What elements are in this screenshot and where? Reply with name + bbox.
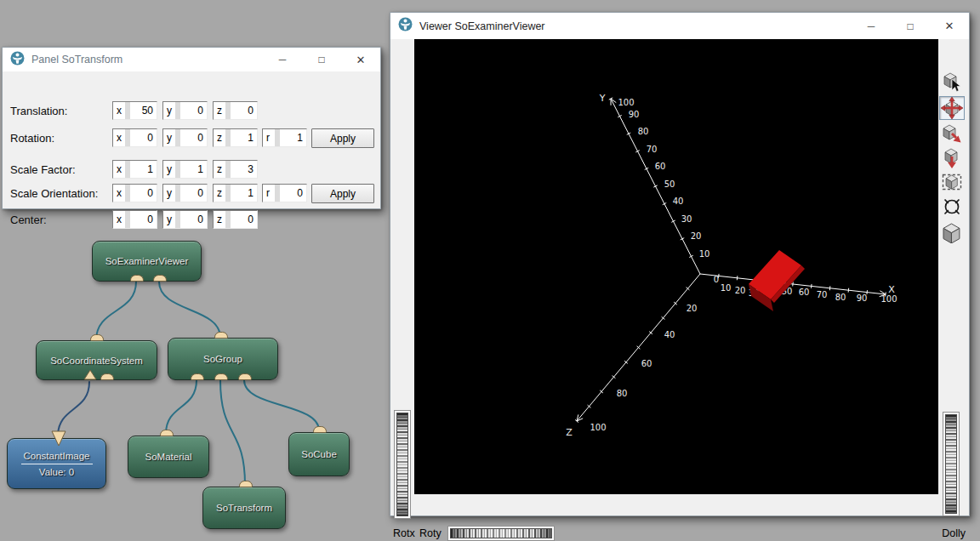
- field-value: 0: [130, 187, 157, 199]
- viewport-3d[interactable]: 102030405060708090100Y010203050607080901…: [414, 39, 938, 494]
- field-value: 1: [130, 163, 157, 175]
- node-SoMaterial[interactable]: SoMaterial: [128, 436, 209, 478]
- field-letter: y: [167, 187, 174, 199]
- panel-titlebar: Panel SoTransform ─ □ ✕: [3, 48, 380, 71]
- field-scale-factor-x[interactable]: x1: [112, 160, 157, 179]
- axis-tick-label: 100: [590, 423, 606, 432]
- node-label: ConstantImage: [21, 451, 93, 464]
- field-translation-x[interactable]: x50: [112, 101, 157, 120]
- field-letter: x: [117, 105, 123, 117]
- close-button[interactable]: ✕: [930, 20, 969, 31]
- node-SoGroup[interactable]: SoGroup: [168, 338, 278, 380]
- field-letter: x: [117, 214, 123, 225]
- row-label: Rotation:: [10, 132, 54, 145]
- axis-tick-label: 60: [655, 162, 666, 171]
- node-SoExaminerViewer[interactable]: SoExaminerViewer: [92, 241, 202, 282]
- node-SoCoordinateSystem[interactable]: SoCoordinateSystem: [36, 340, 157, 380]
- axis-name-label: Z: [566, 427, 573, 438]
- transform-row-rotation: Rotation:x0y0z1r1Apply: [3, 128, 380, 147]
- field-value: 0: [180, 132, 207, 144]
- home-button[interactable]: [939, 122, 965, 146]
- field-rotation-x[interactable]: x0: [112, 128, 157, 147]
- field-center-x[interactable]: x0: [112, 210, 157, 229]
- field-scale-orientation-r[interactable]: r0: [262, 184, 307, 202]
- field-letter: z: [217, 105, 224, 117]
- connector-dome-icon: [153, 275, 167, 282]
- connector-dome-icon: [238, 373, 252, 380]
- node-ConstantImage[interactable]: ConstantImageValue: 0: [7, 438, 106, 489]
- app-logo-icon: [10, 51, 25, 65]
- field-rotation-z[interactable]: z1: [213, 128, 258, 147]
- field-translation-z[interactable]: z0: [213, 101, 258, 120]
- connector-dome-icon: [214, 373, 228, 380]
- maximize-button[interactable]: □: [891, 21, 930, 31]
- set-home-button[interactable]: [939, 146, 965, 170]
- viewer-title: Viewer SoExaminerViewer: [419, 20, 545, 32]
- field-value: 0: [231, 105, 257, 117]
- view-all-button[interactable]: [939, 170, 965, 194]
- axis-tick-label: 40: [673, 196, 684, 206]
- field-scale-orientation-y[interactable]: y0: [162, 184, 208, 202]
- field-value: 1: [180, 163, 207, 175]
- seek-button[interactable]: [939, 195, 965, 219]
- transform-row-center: Center:x0y0z0: [3, 210, 380, 229]
- pick-mode-button[interactable]: [939, 70, 965, 94]
- cursor-cube-icon: [941, 71, 963, 93]
- rotx-label: Rotx: [393, 527, 415, 539]
- field-letter: y: [167, 214, 174, 225]
- desktop: SoExaminerViewerSoCoordinateSystemSoGrou…: [0, 0, 980, 541]
- field-center-z[interactable]: z0: [213, 210, 258, 229]
- axis-tick-label: 70: [817, 290, 828, 299]
- node-SoTransform[interactable]: SoTransform: [202, 487, 286, 529]
- field-value: 0: [280, 187, 306, 199]
- minimize-button[interactable]: ─: [852, 21, 891, 31]
- apply-button[interactable]: Apply: [311, 184, 374, 203]
- axis-tick: [793, 282, 794, 287]
- field-value: 3: [231, 163, 257, 175]
- node-SoCube[interactable]: SoCube: [288, 432, 350, 476]
- field-scale-orientation-x[interactable]: x0: [112, 184, 157, 202]
- field-rotation-r[interactable]: r1: [262, 128, 307, 147]
- field-letter: z: [217, 214, 224, 225]
- field-rotation-y[interactable]: y0: [162, 128, 208, 147]
- transform-row-scale-orientation: Scale Orientation:x0y0z1r0Apply: [3, 184, 380, 202]
- panel-body: Translation:x50y0z0Rotation:x0y0z1r1Appl…: [3, 71, 380, 208]
- field-letter: x: [117, 187, 123, 199]
- field-value: 0: [231, 214, 257, 225]
- field-value: 1: [280, 132, 306, 144]
- axis-tick-label: 60: [641, 359, 652, 368]
- connector-triangle-down-icon: [51, 430, 66, 447]
- field-scale-factor-y[interactable]: y1: [162, 160, 208, 179]
- axis-tick-label: 0: [714, 275, 719, 284]
- connector-dome-icon: [191, 373, 204, 380]
- node-label: SoExaminerViewer: [105, 256, 189, 266]
- dolly-label: Dolly: [942, 527, 966, 539]
- node-label: SoGroup: [203, 354, 242, 364]
- field-scale-orientation-z[interactable]: z1: [213, 184, 258, 202]
- viewer-bottom-bar: Rotx Roty Dolly: [390, 524, 969, 541]
- thumbwheel-ribs: [945, 414, 957, 514]
- app-logo-icon: [398, 17, 413, 35]
- row-label: Translation:: [10, 105, 67, 117]
- row-label: Scale Factor:: [10, 163, 76, 176]
- field-scale-factor-z[interactable]: z3: [213, 160, 258, 179]
- node-label: SoCoordinateSystem: [50, 356, 143, 366]
- field-value: 0: [180, 214, 207, 225]
- maximize-button[interactable]: □: [302, 54, 341, 65]
- row-label: Center:: [10, 214, 47, 226]
- cube-dashed-box-icon: [941, 171, 963, 193]
- field-value: 0: [180, 187, 207, 199]
- minimize-button[interactable]: ─: [263, 54, 302, 65]
- rotx-thumbwheel[interactable]: [394, 410, 411, 519]
- node-value: Value: 0: [39, 467, 74, 477]
- field-center-y[interactable]: y0: [162, 210, 208, 229]
- camera-type-button[interactable]: [939, 220, 965, 244]
- view-mode-button[interactable]: [939, 96, 965, 120]
- field-translation-y[interactable]: y0: [162, 101, 208, 120]
- roty-thumbwheel[interactable]: [447, 526, 555, 541]
- apply-button[interactable]: Apply: [311, 128, 374, 148]
- viewer-window-buttons: ─ □ ✕: [852, 20, 969, 31]
- viewer-body: 102030405060708090100Y010203050607080901…: [390, 39, 969, 515]
- dolly-thumbwheel[interactable]: [943, 412, 960, 516]
- close-button[interactable]: ✕: [341, 54, 380, 65]
